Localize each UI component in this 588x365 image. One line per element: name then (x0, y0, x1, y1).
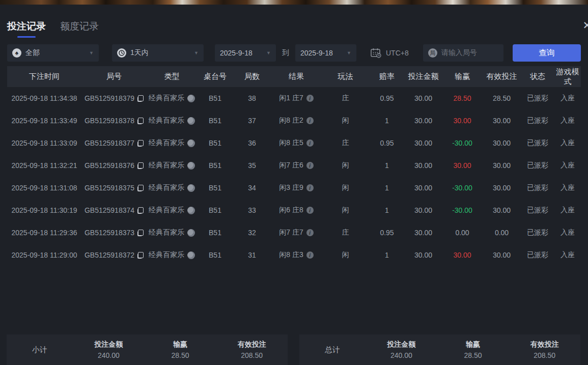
info-icon[interactable]: i (306, 95, 314, 102)
result-text: 闲8 庄5 (279, 138, 303, 148)
cell-game-mode: 入座 (554, 228, 581, 237)
cell-game-mode: 入座 (554, 206, 581, 215)
cell-result: 闲7 庄7 i (271, 228, 322, 237)
info-icon[interactable]: i (306, 184, 314, 191)
cell-round-id: GB5125918376 (81, 161, 147, 170)
cell-game-type: 经典百家乐 (147, 161, 197, 170)
close-icon[interactable]: ✕ (582, 20, 588, 31)
copy-icon[interactable] (137, 140, 144, 147)
info-icon[interactable]: i (306, 117, 314, 124)
cell-round-id: GB5125918375 (81, 184, 147, 192)
info-icon[interactable]: i (306, 162, 314, 169)
column-header: 玩法 (322, 72, 369, 81)
cell-bet-time: 2025-09-18 11:29:36 (7, 229, 81, 237)
table-row: 2025-09-18 11:31:08 GB5125918375 经典百家乐 B… (7, 177, 581, 199)
table-header-row: 下注时间局号类型桌台号局数结果玩法赔率投注金额输赢有效投注状态游戏模式 (7, 66, 581, 87)
info-icon[interactable]: i (306, 229, 314, 236)
cell-status: 已派彩 (521, 161, 554, 170)
table-row: 2025-09-18 11:29:36 GB5125918373 经典百家乐 B… (7, 221, 581, 244)
time-range-select[interactable]: 1天内 ▼ (112, 44, 204, 62)
query-button[interactable]: 查询 (513, 44, 581, 62)
copy-icon[interactable] (137, 230, 144, 236)
cell-odds: 0.95 (369, 94, 405, 102)
cell-table-no: B51 (197, 184, 233, 192)
total-valid-bet-value: 208.50 (509, 351, 580, 359)
total-label: 总计 (299, 345, 366, 355)
game-type-text: 经典百家乐 (149, 183, 184, 192)
cell-table-no: B51 (197, 206, 233, 214)
subtotal-bet-amount-label: 投注金额 (73, 340, 145, 349)
cell-play-type: 庄 (322, 138, 369, 148)
copy-icon[interactable] (137, 95, 144, 102)
round-number-input[interactable]: 局 请输入局号 (423, 44, 503, 62)
column-header: 赔率 (369, 72, 405, 81)
round-number-icon: 局 (428, 48, 437, 58)
column-header: 局号 (81, 72, 147, 81)
cell-round-id: GB5125918377 (81, 139, 147, 147)
cell-status: 已派彩 (521, 206, 554, 215)
date-to-picker[interactable]: 2025-9-18 ▼ (295, 44, 356, 62)
game-logo-icon (187, 207, 195, 214)
cell-game-type: 经典百家乐 (147, 228, 197, 237)
copy-icon[interactable] (137, 162, 144, 169)
date-range-to-label: 到 (282, 48, 289, 58)
game-type-text: 经典百家乐 (149, 250, 184, 260)
cell-valid-bet: 30.00 (483, 139, 521, 147)
table-row: 2025-09-18 11:29:00 GB5125918372 经典百家乐 B… (7, 244, 581, 266)
game-type-value: 全部 (25, 48, 40, 58)
date-from-value: 2025-9-18 (220, 49, 253, 57)
cell-valid-bet: 30.00 (483, 161, 521, 170)
table-row: 2025-09-18 11:34:38 GB5125918379 经典百家乐 B… (7, 87, 581, 109)
cell-round-no: 34 (233, 184, 271, 192)
copy-icon[interactable] (137, 185, 144, 191)
cell-game-type: 经典百家乐 (147, 206, 197, 215)
column-header: 有效投注 (483, 72, 521, 81)
cell-round-no: 36 (233, 139, 271, 147)
cell-bet-time: 2025-09-18 11:32:21 (7, 161, 81, 170)
game-type-select[interactable]: ♠ 全部 ▼ (7, 44, 99, 62)
game-type-text: 经典百家乐 (149, 94, 184, 103)
table-row: 2025-09-18 11:33:09 GB5125918377 经典百家乐 B… (7, 132, 581, 154)
cell-win-loss: 30.00 (442, 117, 483, 125)
total-valid-bet: 有效投注 208.50 (509, 340, 580, 359)
game-logo-icon (187, 184, 195, 192)
cell-game-type: 经典百家乐 (147, 250, 197, 260)
cell-odds: 1 (369, 161, 405, 170)
game-type-text: 经典百家乐 (149, 206, 184, 215)
game-type-text: 经典百家乐 (149, 161, 184, 170)
cell-play-type: 闲 (322, 183, 369, 192)
copy-icon[interactable] (137, 207, 144, 214)
result-text: 闲7 庄7 (279, 228, 303, 237)
round-id-text: GB5125918378 (85, 117, 134, 125)
cell-result: 闲3 庄9 i (271, 183, 322, 192)
subtotal-bet-amount: 投注金额 240.00 (73, 340, 145, 359)
info-icon[interactable]: i (306, 251, 314, 259)
tab-credit-records[interactable]: 额度记录 (60, 20, 99, 39)
date-to-value: 2025-9-18 (300, 49, 333, 57)
copy-icon[interactable] (137, 118, 144, 124)
info-icon[interactable]: i (306, 207, 314, 214)
info-icon[interactable]: i (306, 139, 314, 147)
cell-bet-amount: 30.00 (405, 139, 442, 147)
total-bet-amount-label: 投注金额 (366, 340, 437, 349)
copy-icon[interactable] (137, 252, 144, 259)
cell-game-mode: 入座 (554, 138, 581, 148)
cell-result: 闲1 庄7 i (271, 94, 322, 103)
calendar-clock-icon (371, 48, 382, 58)
betting-records-dialog: ✕ 投注记录 额度记录 ♠ 全部 ▼ 1天内 ▼ 2025-9-18 ▼ 到 (0, 5, 588, 365)
tab-betting-records[interactable]: 投注记录 (7, 20, 46, 39)
cell-round-no: 38 (233, 94, 271, 102)
cell-bet-time: 2025-09-18 11:31:08 (7, 184, 81, 192)
cell-round-no: 31 (233, 251, 271, 259)
cell-valid-bet: 30.00 (483, 206, 521, 214)
table-body: 2025-09-18 11:34:38 GB5125918379 经典百家乐 B… (7, 87, 581, 266)
subtotal-valid-bet-value: 208.50 (216, 351, 288, 359)
cell-round-id: GB5125918378 (81, 117, 147, 125)
records-table: 下注时间局号类型桌台号局数结果玩法赔率投注金额输赢有效投注状态游戏模式 2025… (7, 66, 581, 266)
column-header: 输赢 (442, 72, 483, 81)
summary-bar: 小计 投注金额 240.00 输赢 28.50 有效投注 208.50 总计 投… (0, 334, 588, 365)
cell-bet-amount: 30.00 (405, 206, 442, 214)
date-from-picker[interactable]: 2025-9-18 ▼ (215, 44, 276, 62)
cell-bet-time: 2025-09-18 11:29:00 (7, 251, 81, 259)
cell-bet-amount: 30.00 (405, 251, 442, 259)
